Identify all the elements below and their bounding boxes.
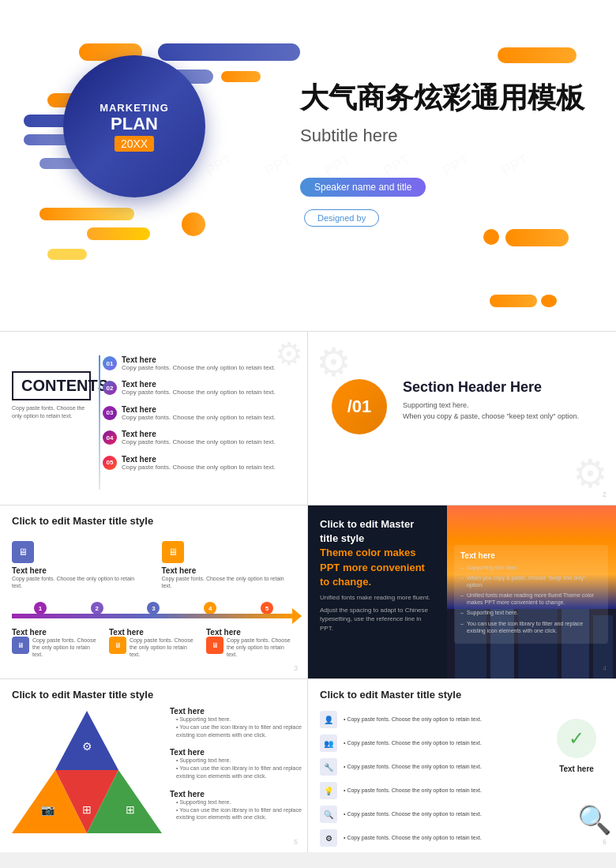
slide4-bottom-items: Text here 🖥 Copy paste fonts. Choose the…	[12, 628, 295, 658]
monitor-icon-2: 🖥	[162, 541, 184, 563]
list-icon-6: ⚙	[320, 829, 337, 847]
list-item: 👤 • Copy paste fonts. Choose the only op…	[320, 711, 537, 728]
item-body: Copy paste fonts. Choose the only option…	[32, 637, 101, 658]
list-item: 🔧 • Copy paste fonts. Choose the only op…	[320, 758, 537, 776]
slide4-bottom-item: Text here 🖥 Copy paste fonts. Choose the…	[12, 628, 101, 658]
section-number-circle: /01	[332, 379, 387, 434]
list-icon-2: 👥	[320, 735, 337, 752]
speaker-badge[interactable]: Speaker name and title	[300, 178, 426, 197]
item-title: Text here	[170, 707, 303, 716]
list-item: 👥 • Copy paste fonts. Choose the only op…	[320, 735, 537, 752]
slide4-bottom-item: Text here 🖥 Copy paste fonts. Choose the…	[109, 628, 198, 658]
triangle-icon-top: ⚙	[82, 740, 92, 753]
deco-pill-12	[498, 47, 577, 63]
item-bullets: • Supporting text here. • You can use th…	[170, 716, 303, 738]
slide4-top-items: 🖥 Text here Copy paste fonts. Choose the…	[12, 541, 295, 589]
item-body: Copy paste fonts. Choose the only option…	[122, 364, 276, 372]
list-text: • Copy paste fonts. Choose the only opti…	[344, 716, 482, 723]
slide-4: Click to edit Master title style 🖥 Text …	[0, 505, 308, 679]
contents-subtitle: Copy paste fonts. Choose the only option…	[12, 404, 91, 420]
list-item: 🔍 • Copy paste fonts. Choose the only op…	[320, 806, 537, 823]
item-number: 04	[103, 430, 117, 445]
list-item: 04 Text hereCopy paste fonts. Choose the…	[103, 430, 299, 446]
gear-watermark-l: ⚙	[316, 340, 351, 385]
deco-circle-1	[182, 212, 205, 236]
bullet-item: Supporting text here.	[460, 609, 602, 616]
page-number: 2	[603, 490, 607, 498]
circle-marketing: MARKETING	[100, 102, 169, 114]
triangle-icon-right: ⊞	[126, 803, 135, 816]
item-body: Copy paste fonts. Choose the only option…	[122, 414, 276, 422]
item-title: Text here	[162, 566, 296, 575]
item-body: Copy paste fonts. Choose the only option…	[130, 637, 198, 658]
slide6-title: Click to edit Master title style	[12, 689, 153, 701]
item-number: 05	[103, 456, 117, 470]
slide-6: Click to edit Master title style ⚙ 📷 ⊞ ⊞…	[0, 679, 308, 852]
monitor-icon-3: 🖥	[12, 637, 29, 654]
item-title: Text here	[170, 790, 303, 798]
deco-pill-1	[158, 43, 300, 61]
section-header-area: Section Header Here Supporting text here…	[403, 379, 579, 422]
slide5-text-title: Text here	[460, 551, 602, 560]
page-number: 5	[294, 838, 298, 846]
item-title: Text here	[122, 355, 276, 364]
item-bullets: • Supporting text here. • You can use th…	[170, 798, 303, 821]
text-item-2: Text here • Supporting text here. • You …	[170, 748, 303, 780]
item-title: Text here	[170, 748, 303, 757]
slide4-item: 🖥 Text here Copy paste fonts. Choose the…	[12, 541, 146, 589]
item-body: Copy paste fonts. Choose the only option…	[122, 464, 276, 472]
item-body: Copy paste fonts. Choose the only option…	[162, 575, 296, 589]
slide5-highlight: Theme color makes PPT more convenient to…	[320, 547, 425, 587]
item-number: 03	[103, 406, 117, 420]
slide7-text-label: Text here	[545, 765, 608, 773]
list-text: • Copy paste fonts. Choose the only opti…	[344, 739, 482, 746]
text-item-1: Text here • Supporting text here. • You …	[170, 707, 303, 738]
slide5-right-text: Text here Supporting text here. When you…	[454, 545, 608, 644]
contents-title: CONTENTS	[12, 371, 91, 400]
slide5-bullets: Supporting text here. When you copy & pa…	[460, 564, 602, 634]
list-item: 03 Text hereCopy paste fonts. Choose the…	[103, 405, 299, 422]
list-item: 02 Text hereCopy paste fonts. Choose the…	[103, 380, 299, 396]
deco-pill-13	[505, 229, 569, 246]
slide5-subtitle2: Adjust the spacing to adapt to Chinese t…	[320, 606, 435, 633]
slide7-right: ✓ Text here	[545, 719, 608, 773]
item-title: Text here	[122, 405, 276, 414]
item-body: Copy paste fonts. Choose the only option…	[227, 637, 295, 658]
item-body: Copy paste fonts. Choose the only option…	[122, 438, 276, 446]
slide-3: ⚙ ⚙ /01 Section Header Here Supporting t…	[308, 332, 616, 505]
list-item: ⚙ • Copy paste fonts. Choose the only op…	[320, 829, 537, 847]
list-text: • Copy paste fonts. Choose the only opti…	[344, 834, 482, 841]
slide5-left-panel: Click to edit Master title style Theme c…	[308, 505, 447, 678]
circle-year: 20XX	[115, 136, 154, 152]
slide-7: Click to edit Master title style 👤 • Cop…	[308, 679, 616, 852]
item-bullets: • Supporting text here. • You can use th…	[170, 757, 303, 780]
bullet-item: Unified fonts make reading more fluent T…	[460, 592, 602, 606]
slide5-text-box: Text here Supporting text here. When you…	[454, 545, 608, 644]
monitor-icon-4: 🖥	[109, 637, 126, 654]
section-header-title: Section Header Here	[403, 379, 579, 396]
bullet-item: You can use the icon library to filter a…	[460, 620, 602, 634]
divider-line	[99, 355, 100, 490]
item-body: Copy paste fonts. Choose the only option…	[122, 389, 276, 396]
deco-pill-14	[490, 295, 537, 307]
deco-circle-2	[483, 229, 499, 245]
main-title: 大气商务炫彩通用模板	[300, 79, 584, 118]
slide-1: PPT PPT PPT PPT PPT PPT PPT PPT	[0, 0, 616, 332]
bullet-item: When you copy & paste, choose "keep text…	[460, 574, 602, 588]
item-body: Copy paste fonts. Choose the only option…	[12, 575, 146, 589]
list-icon-3: 🔧	[320, 758, 337, 776]
page-number: 4	[603, 664, 607, 672]
deco-pill-4	[221, 71, 261, 82]
list-item: 01 Text hereCopy paste fonts. Choose the…	[103, 355, 299, 372]
list-icon-5: 🔍	[320, 806, 337, 823]
magnify-watermark: 🔍	[577, 804, 612, 836]
list-item: 💡 • Copy paste fonts. Choose the only op…	[320, 782, 537, 799]
marketing-circle: MARKETING PLAN 20XX	[63, 55, 205, 197]
triangle-diagram: ⚙ 📷 ⊞ ⊞	[8, 707, 166, 833]
slide7-title: Click to edit Master title style	[320, 689, 461, 701]
deco-pill-9	[39, 208, 134, 220]
slide4-item: 🖥 Text here Copy paste fonts. Choose the…	[162, 541, 296, 589]
list-text: • Copy paste fonts. Choose the only opti…	[344, 763, 482, 770]
designed-badge[interactable]: Designed by	[304, 209, 379, 227]
arrow-bar	[12, 614, 295, 618]
